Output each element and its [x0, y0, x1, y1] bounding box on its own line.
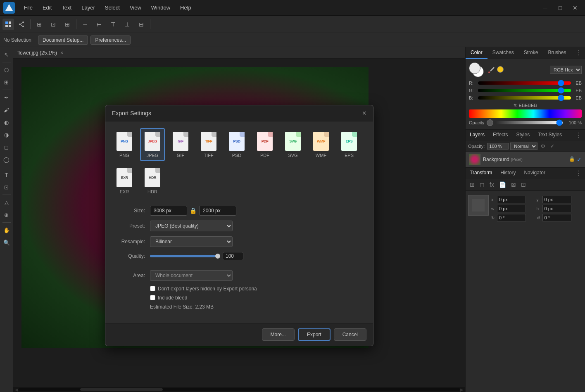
tool-node[interactable]: ⬡: [1, 64, 12, 76]
tab-layers[interactable]: Layers: [466, 130, 489, 141]
tool-brush[interactable]: 🖌: [1, 104, 12, 116]
quality-slider[interactable]: [150, 255, 220, 257]
menu-text[interactable]: Text: [57, 3, 76, 12]
format-exr[interactable]: EXR EXR: [112, 164, 137, 197]
format-jpeg[interactable]: JPEG JPEG: [140, 128, 165, 161]
tab-stroke[interactable]: Stroke: [519, 47, 543, 59]
menu-layer[interactable]: Layer: [77, 3, 99, 12]
layer-settings-button[interactable]: ⚙: [539, 143, 547, 150]
toolbar-personas[interactable]: [2, 19, 14, 30]
foreground-color-swatch[interactable]: [469, 62, 480, 74]
format-gif[interactable]: GIF GIF: [168, 128, 193, 161]
format-hdr[interactable]: HDR HDR: [140, 164, 165, 197]
transform-tool-5[interactable]: ⊠: [509, 181, 518, 189]
dialog-close-button[interactable]: ×: [362, 109, 366, 117]
w-input[interactable]: [497, 205, 526, 212]
minimize-button[interactable]: ─: [539, 1, 552, 14]
tool-crop[interactable]: ⊞: [1, 76, 12, 88]
menu-view[interactable]: View: [126, 3, 145, 12]
color-mode-select[interactable]: RGB Hex: [550, 66, 582, 74]
tool-shape[interactable]: △: [1, 197, 12, 208]
preset-select[interactable]: JPEG (Best quality): [150, 221, 233, 231]
tab-brushes[interactable]: Brushes: [543, 47, 571, 59]
toolbar-grid[interactable]: ⊞: [61, 18, 74, 31]
cancel-button[interactable]: Cancel: [334, 328, 366, 341]
toolbar-align-center[interactable]: ⊢: [93, 18, 106, 31]
layer-visibility-check[interactable]: ✓: [577, 156, 582, 163]
tab-effects[interactable]: Effects: [489, 130, 512, 141]
transform-tool-6[interactable]: ⊡: [519, 181, 528, 189]
tool-dodge[interactable]: ◯: [1, 154, 12, 165]
toolbar-align-right[interactable]: ⊤: [107, 18, 120, 31]
tab-color[interactable]: Color: [466, 47, 488, 59]
format-png[interactable]: PNG PNG: [112, 128, 137, 161]
color-spectrum[interactable]: [469, 109, 582, 118]
format-psd[interactable]: PSD PSD: [224, 128, 249, 161]
tab-transform[interactable]: Transform: [466, 168, 496, 179]
menu-window[interactable]: Window: [147, 3, 174, 12]
quality-value-input[interactable]: [223, 252, 243, 260]
layer-lock-icon[interactable]: 🔒: [569, 156, 575, 163]
layer-opacity-input[interactable]: [487, 143, 509, 150]
format-eps[interactable]: EPS EPS: [337, 128, 361, 161]
tab-history[interactable]: History: [496, 168, 520, 179]
layer-row-background[interactable]: Background (Pixel) 🔒 ✓: [466, 152, 585, 167]
transform-tool-3[interactable]: fx: [488, 181, 496, 189]
menu-help[interactable]: Help: [176, 3, 195, 12]
tool-paint[interactable]: ◐: [1, 116, 12, 128]
menu-edit[interactable]: Edit: [38, 3, 56, 12]
menu-select[interactable]: Select: [101, 3, 124, 12]
menu-file[interactable]: File: [20, 3, 37, 12]
close-button[interactable]: ✕: [568, 1, 582, 14]
toolbar-align-top[interactable]: ⊥: [121, 18, 134, 31]
width-input[interactable]: [150, 206, 187, 216]
export-button[interactable]: Export: [298, 328, 331, 341]
transform-tool-1[interactable]: ⊞: [468, 181, 476, 189]
tool-hand[interactable]: ✋: [1, 224, 12, 236]
toolbar-snapping[interactable]: ⊞: [33, 18, 46, 31]
tab-swatches[interactable]: Swatches: [488, 47, 519, 59]
toolbar-snapping2[interactable]: ⊡: [47, 18, 60, 31]
b-slider[interactable]: [478, 96, 571, 100]
format-svg[interactable]: SVG SVG: [281, 128, 305, 161]
tool-frame-text[interactable]: ⊡: [1, 181, 12, 193]
canvas-content[interactable]: Export Settings × PNG PNG: [13, 59, 465, 392]
layer-check-button[interactable]: ✓: [549, 143, 556, 150]
toolbar-share[interactable]: [15, 18, 28, 31]
transform-tool-4[interactable]: 📄: [497, 181, 508, 189]
tool-transform[interactable]: ⊕: [1, 209, 12, 221]
format-tiff[interactable]: TIFF TIFF: [196, 128, 221, 161]
more-button[interactable]: More...: [262, 328, 295, 341]
format-wmf[interactable]: WMF WMF: [309, 128, 333, 161]
panel-pin[interactable]: ⋮: [572, 47, 585, 59]
maximize-button[interactable]: □: [554, 1, 567, 14]
tool-erase[interactable]: ◻: [1, 141, 12, 153]
tool-text[interactable]: T: [1, 169, 12, 181]
opacity-slider[interactable]: [496, 121, 563, 124]
preferences-button[interactable]: Preferences...: [90, 36, 131, 45]
canvas-tab-close[interactable]: ×: [60, 50, 63, 56]
hidden-layers-checkbox[interactable]: [150, 286, 155, 291]
document-setup-button[interactable]: Document Setup...: [38, 36, 88, 45]
rot1-input[interactable]: [497, 214, 526, 221]
tab-text-styles[interactable]: Text Styles: [534, 130, 566, 141]
height-input[interactable]: [199, 206, 236, 216]
tool-pen[interactable]: ✒: [1, 92, 12, 103]
tool-fill[interactable]: ◑: [1, 129, 12, 140]
toolbar-align-left[interactable]: ⊣: [78, 18, 92, 31]
x-input[interactable]: [497, 196, 526, 203]
resample-select[interactable]: Bilinear: [150, 236, 233, 247]
tab-styles[interactable]: Styles: [512, 130, 534, 141]
format-pdf[interactable]: PDF PDF: [252, 128, 277, 161]
include-bleed-checkbox[interactable]: [150, 295, 155, 300]
r-slider[interactable]: [478, 81, 571, 85]
lock-icon[interactable]: 🔒: [190, 207, 197, 214]
area-select[interactable]: Whole document: [150, 270, 233, 281]
g-slider[interactable]: [478, 89, 571, 92]
tab-navigator[interactable]: Navigator: [520, 168, 549, 179]
tool-select[interactable]: ↖: [1, 49, 12, 60]
transform-tool-2[interactable]: ◻: [478, 181, 486, 189]
transform-panel-pin[interactable]: ⋮: [572, 168, 585, 179]
y-input[interactable]: [542, 196, 571, 203]
tool-zoom[interactable]: 🔍: [1, 237, 12, 248]
